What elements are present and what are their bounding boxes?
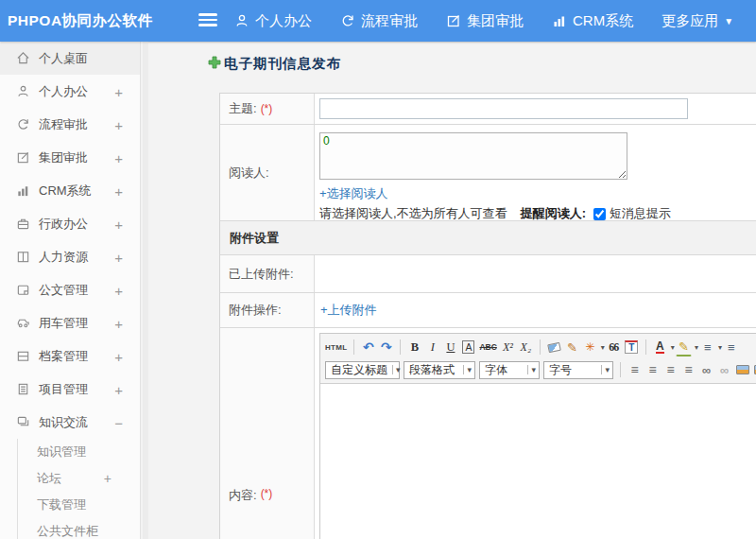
sidebar-item-knowledge[interactable]: 知识交流 −: [0, 406, 140, 439]
caret-down-icon: ▾: [601, 365, 610, 374]
edit-icon: [16, 150, 30, 165]
sms-notify-checkbox[interactable]: [593, 208, 606, 220]
custom-title-select[interactable]: 自定义标题▾: [325, 361, 400, 379]
edit-icon: [446, 13, 461, 28]
blockquote-icon[interactable]: 66: [606, 338, 622, 356]
required-mark: (*): [261, 487, 273, 500]
toolbar-row-1: HTML ↶ ↷ B I U A ABC X²: [323, 336, 756, 358]
sidebar-item-personal-office[interactable]: 个人办公 +: [0, 75, 140, 108]
caret-down-icon[interactable]: ▾: [695, 343, 698, 352]
caret-down-icon[interactable]: ▾: [601, 343, 605, 352]
expand-toggle[interactable]: +: [114, 381, 123, 397]
image-manager-icon[interactable]: [752, 360, 756, 379]
paste-plain-icon[interactable]: T: [625, 340, 638, 354]
attachment-section-row: 附件设置: [220, 221, 756, 255]
unlink-icon[interactable]: ∞: [716, 360, 732, 379]
sms-notify-label: 短消息提示: [610, 205, 671, 222]
expand-toggle[interactable]: +: [114, 116, 123, 132]
expand-toggle[interactable]: +: [114, 249, 123, 265]
chat-icon: [16, 415, 30, 429]
align-left-icon[interactable]: ≡: [627, 360, 643, 379]
content-label: 内容:(*): [220, 328, 315, 539]
archive-icon: [16, 349, 30, 363]
nav-group-approval[interactable]: 集团审批: [446, 12, 524, 30]
font-size-select[interactable]: 字号▾: [543, 361, 613, 379]
undo-icon[interactable]: ↶: [360, 338, 376, 356]
underline-button[interactable]: U: [442, 338, 458, 356]
project-icon: [16, 382, 30, 396]
remind-readers-label: 提醒阅读人:: [521, 205, 586, 222]
user-icon: [16, 84, 30, 98]
font-family-select[interactable]: 字体▾: [479, 361, 540, 379]
attachment-ops-row: 附件操作: +上传附件: [220, 293, 756, 328]
expand-toggle[interactable]: +: [114, 348, 123, 364]
paragraph-format-select[interactable]: 段落格式▾: [404, 361, 475, 379]
align-center-icon[interactable]: ≡: [644, 360, 661, 379]
sidebar-item-archives[interactable]: 档案管理 +: [0, 339, 140, 373]
expand-toggle[interactable]: +: [114, 315, 123, 331]
highlight-color-icon[interactable]: ✎: [676, 338, 692, 356]
menu-icon[interactable]: [198, 13, 217, 28]
expand-toggle[interactable]: +: [114, 149, 123, 165]
unordered-list-icon[interactable]: ≡: [723, 338, 739, 356]
sidebar-item-desktop[interactable]: 个人桌面: [0, 42, 140, 75]
publish-form: 主题:(*) 阅读人: 0 +选择阅读人 请选择阅读人,不选为所有人可查看: [219, 93, 756, 539]
bold-button[interactable]: B: [406, 338, 422, 356]
insert-image-icon[interactable]: [734, 360, 750, 379]
italic-button[interactable]: I: [424, 338, 440, 356]
align-justify-icon[interactable]: ≡: [680, 360, 696, 379]
autotypeset-icon[interactable]: ✳: [582, 338, 598, 356]
upload-attachment-link[interactable]: +上传附件: [320, 302, 377, 319]
attachment-section-header: 附件设置: [220, 221, 756, 254]
readers-textarea[interactable]: 0: [319, 132, 627, 180]
align-right-icon[interactable]: ≡: [662, 360, 679, 379]
subject-input[interactable]: [319, 98, 688, 119]
sidebar-item-documents[interactable]: 公文管理 +: [0, 273, 140, 306]
caret-down-icon[interactable]: ▾: [718, 343, 722, 352]
caret-down-icon: ▾: [463, 365, 472, 374]
expand-toggle[interactable]: +: [114, 183, 123, 199]
redo-icon[interactable]: ↷: [378, 338, 394, 356]
font-color-icon[interactable]: A: [656, 340, 664, 354]
nav-more-apps[interactable]: 更多应用 ▼: [662, 12, 733, 30]
expand-toggle[interactable]: +: [114, 216, 123, 232]
strikethrough-button[interactable]: ABC: [478, 338, 497, 356]
caret-down-icon[interactable]: ▾: [671, 343, 675, 352]
sidebar: 个人桌面 个人办公 + 流程审批 + 集团审批 + CRM系统 + 行政办公 +: [0, 42, 141, 539]
sidebar-item-vehicles[interactable]: 用车管理 +: [0, 306, 140, 339]
collapse-toggle[interactable]: −: [114, 414, 123, 430]
superscript-button[interactable]: X²: [500, 338, 516, 356]
format-brush-icon[interactable]: ✎: [564, 338, 580, 356]
workflow-icon: [340, 13, 355, 28]
sidebar-subitem-knowledge-mgmt[interactable]: 知识管理: [18, 439, 140, 465]
subject-label: 主题:(*): [220, 94, 315, 124]
expand-toggle[interactable]: +: [114, 83, 123, 99]
ordered-list-icon[interactable]: ≡: [699, 338, 715, 356]
sidebar-subitem-public-cabinet[interactable]: 公共文件柜: [18, 518, 140, 539]
select-readers-link[interactable]: +选择阅读人: [319, 185, 388, 202]
expand-toggle[interactable]: +: [114, 282, 123, 298]
sidebar-item-admin-office[interactable]: 行政办公 +: [0, 207, 140, 240]
expand-toggle[interactable]: +: [104, 471, 112, 486]
sidebar-scrollbar[interactable]: [143, 42, 148, 539]
main-content: 电子期刊信息发布 主题:(*) 阅读人: 0: [148, 42, 756, 539]
nav-workflow-approval[interactable]: 流程审批: [340, 12, 418, 30]
sidebar-item-group-approval[interactable]: 集团审批 +: [0, 141, 140, 174]
sidebar-item-hr[interactable]: 人力资源 +: [0, 240, 140, 273]
briefcase-icon: [16, 217, 30, 231]
sidebar-subitem-downloads[interactable]: 下载管理: [18, 492, 140, 518]
subscript-button[interactable]: X₂: [518, 338, 534, 356]
editor-toolbar: HTML ↶ ↷ B I U A ABC X²: [320, 334, 756, 384]
eraser-icon[interactable]: [546, 338, 562, 356]
sidebar-subitem-forum[interactable]: 论坛 +: [18, 465, 140, 492]
nav-crm-system[interactable]: CRM系统: [552, 12, 633, 30]
html-source-button[interactable]: HTML: [324, 338, 348, 356]
link-icon[interactable]: ∞: [698, 360, 714, 379]
editor-content-area[interactable]: [320, 384, 756, 539]
nav-personal-office[interactable]: 个人办公: [234, 12, 312, 30]
rich-text-editor: HTML ↶ ↷ B I U A ABC X²: [319, 333, 756, 539]
sidebar-item-crm[interactable]: CRM系统 +: [0, 174, 140, 207]
sidebar-item-workflow[interactable]: 流程审批 +: [0, 108, 140, 141]
sidebar-item-projects[interactable]: 项目管理 +: [0, 373, 140, 406]
char-border-button[interactable]: A: [462, 340, 474, 354]
